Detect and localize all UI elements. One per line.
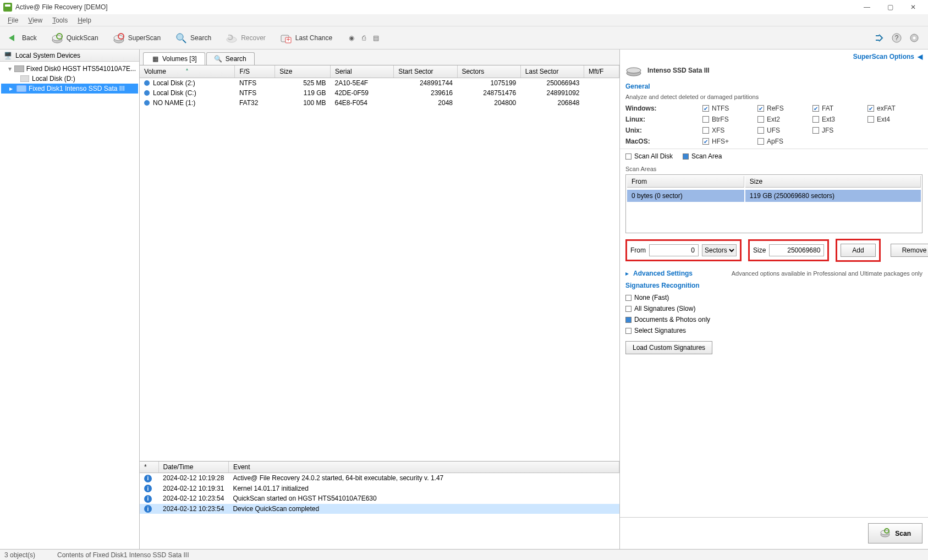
small-icon-1[interactable]: ◉ [347, 33, 356, 43]
search-button[interactable]: Search [172, 30, 215, 46]
volumes-table: ▴Volume F/S Size Serial Start Sector Sec… [140, 65, 619, 108]
table-row[interactable]: Local Disk (C:) NTFS119 GB42DE-0F59 2396… [140, 88, 619, 98]
remove-button[interactable]: Remove [891, 244, 928, 257]
small-icon-2[interactable]: ⎙ [359, 33, 369, 43]
back-arrow-icon [7, 32, 19, 44]
close-button[interactable]: ✕ [902, 0, 925, 14]
device-tree-title: Local System Devices [15, 52, 80, 59]
table-row[interactable]: NO NAME (1:) FAT32100 MB64E8-F054 204820… [140, 98, 619, 108]
log-pane: * Date/Time Event i2024-02-12 10:19:28Ac… [140, 461, 619, 549]
tree-local-d[interactable]: Local Disk (D:) [1, 74, 138, 84]
menu-help[interactable]: Help [73, 15, 96, 25]
volumes-table-wrap[interactable]: ▴Volume F/S Size Serial Start Sector Sec… [140, 65, 619, 461]
connect-icon[interactable] [873, 32, 885, 44]
statusbar: 3 object(s) Contents of Fixed Disk1 Inte… [0, 549, 928, 560]
volume-icon [20, 75, 30, 83]
scan-button[interactable]: Scan [868, 523, 922, 543]
table-row[interactable]: Local Disk (2:) NTFS525 MB2A10-5E4F 2489… [140, 78, 619, 89]
col-sectors[interactable]: Sectors [457, 65, 520, 78]
log-col-dt[interactable]: Date/Time [158, 462, 228, 473]
chevron-left-icon[interactable]: ◀ [918, 53, 922, 61]
os-macos: MacOS: [625, 138, 702, 145]
advanced-settings-link[interactable]: Advanced Settings [633, 270, 693, 277]
chk-btrfs[interactable]: BtrFS [702, 116, 757, 123]
collapse-icon[interactable]: ▾ [8, 65, 12, 73]
size-input[interactable] [769, 244, 824, 256]
lastchance-button[interactable]: + Last Chance [277, 30, 336, 46]
tree-disk1[interactable]: ▸ Fixed Disk1 Intenso SSD Sata III [1, 84, 138, 94]
log-row[interactable]: i2024-02-12 10:19:31Kernel 14.01.17 init… [140, 484, 619, 494]
radio-sig-docs[interactable]: Documents & Photos only [625, 316, 922, 323]
col-size[interactable]: Size [275, 65, 331, 78]
svg-text:+: + [286, 36, 290, 43]
chk-hfsp[interactable]: HFS+ [702, 138, 757, 145]
area-col-from[interactable]: From [627, 176, 744, 188]
col-fs[interactable]: F/S [235, 65, 275, 78]
radio-scan-all[interactable]: Scan All Disk [625, 152, 673, 160]
chk-exfat[interactable]: exFAT [867, 105, 922, 112]
search-tab-icon: 🔍 [215, 55, 222, 63]
chk-ufs[interactable]: UFS [757, 127, 812, 134]
gear-icon[interactable] [908, 32, 920, 44]
search-label: Search [190, 34, 211, 42]
os-linux: Linux: [625, 116, 702, 123]
chk-fat[interactable]: FAT [812, 105, 867, 112]
col-mft[interactable]: Mft/F [584, 65, 619, 78]
chk-ext4[interactable]: Ext4 [867, 116, 922, 123]
help-icon[interactable]: ? [891, 32, 903, 44]
radio-sig-select[interactable]: Select Signatures [625, 327, 922, 334]
col-start[interactable]: Start Sector [394, 65, 457, 78]
chk-ntfs[interactable]: NTFS [702, 105, 757, 112]
load-signatures-button[interactable]: Load Custom Signatures [625, 341, 712, 354]
quickscan-button[interactable]: QuickScan [48, 30, 102, 46]
back-button[interactable]: Back [3, 30, 40, 46]
lastchance-label: Last Chance [295, 34, 332, 42]
chk-xfs[interactable]: XFS [702, 127, 757, 134]
radio-sig-all[interactable]: All Signatures (Slow) [625, 305, 922, 312]
tab-volumes[interactable]: ▦ Volumes [3] [143, 52, 205, 65]
toolbar: Back QuickScan SuperScan Search Recover … [0, 26, 928, 50]
menu-view[interactable]: View [24, 15, 47, 25]
radio-scan-area[interactable]: Scan Area [683, 152, 722, 160]
expand-icon[interactable]: ▸ [8, 85, 14, 92]
superscan-label: SuperScan [128, 34, 161, 42]
area-row-0[interactable]: 0 bytes (0 sector) 119 GB (250069680 sec… [627, 190, 921, 202]
chk-ext2[interactable]: Ext2 [757, 116, 812, 123]
device-tree-pane: 🖥️ Local System Devices ▾ Fixed Disk0 HG… [0, 50, 140, 549]
chk-jfs[interactable]: JFS [812, 127, 867, 134]
radio-sig-none[interactable]: None (Fast) [625, 294, 922, 301]
superscan-button[interactable]: SuperScan [109, 30, 164, 46]
add-button[interactable]: Add [841, 244, 875, 257]
tab-search[interactable]: 🔍 Search [206, 52, 255, 65]
from-group: From Sectors [625, 239, 742, 261]
scan-areas-label: Scan Areas [620, 163, 928, 174]
chk-apfs[interactable]: ApFS [757, 138, 812, 145]
log-row[interactable]: i2024-02-12 10:19:28Active@ File Recover… [140, 473, 619, 484]
from-input[interactable] [649, 244, 699, 256]
chk-ext3[interactable]: Ext3 [812, 116, 867, 123]
chevron-down-icon[interactable]: ▸ [625, 270, 629, 277]
general-subtext: Analyze and detect deleted or damaged pa… [620, 92, 928, 105]
recover-button[interactable]: Recover [222, 30, 269, 46]
col-last[interactable]: Last Sector [520, 65, 584, 78]
log-row[interactable]: i2024-02-12 10:23:54QuickScan started on… [140, 493, 619, 504]
unit-select[interactable]: Sectors [702, 244, 737, 256]
area-col-size[interactable]: Size [745, 176, 921, 188]
ssd-icon [17, 85, 26, 92]
small-icon-3[interactable]: ▤ [371, 33, 381, 43]
log-row[interactable]: i2024-02-12 10:23:54Device QuickScan com… [140, 504, 619, 514]
menu-file[interactable]: File [3, 15, 23, 25]
lastchance-icon: + [280, 32, 292, 44]
maximize-button[interactable]: ▢ [878, 0, 902, 14]
col-serial[interactable]: Serial [330, 65, 393, 78]
signatures-options: None (Fast) All Signatures (Slow) Docume… [620, 292, 928, 337]
minimize-button[interactable]: — [855, 0, 878, 14]
menu-tools[interactable]: Tools [48, 15, 72, 25]
toolbar-right-icons: ? [873, 32, 920, 44]
tree-disk0[interactable]: ▾ Fixed Disk0 HGST HTS541010A7E... [1, 64, 138, 74]
col-volume[interactable]: ▴Volume [140, 65, 235, 78]
log-table: * Date/Time Event i2024-02-12 10:19:28Ac… [140, 462, 619, 514]
log-col-event[interactable]: Event [228, 462, 619, 473]
chk-refs[interactable]: ReFS [757, 105, 812, 112]
log-col-star[interactable]: * [140, 462, 158, 473]
